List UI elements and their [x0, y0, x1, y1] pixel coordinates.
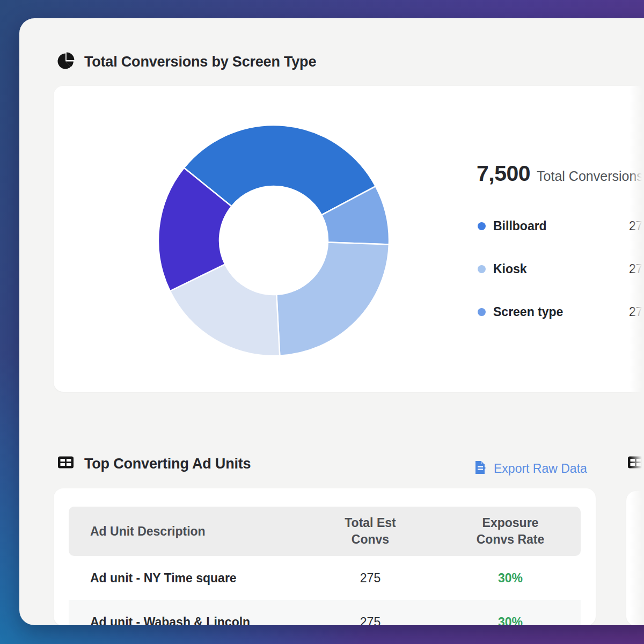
cell-description: Ad unit - Wabash & Lincoln — [69, 615, 301, 626]
pie-chart-icon — [56, 51, 76, 72]
total-conversions-stat: 7,500 Total Conversions — [477, 161, 643, 186]
dashboard-card: Total Conversions by Screen Type 7,500 T… — [19, 18, 644, 625]
donut-chart[interactable] — [157, 124, 390, 357]
export-label: Export Raw Data — [494, 462, 587, 476]
right-panel-table-header — [641, 507, 644, 557]
stat-label: Total Conversions — [537, 169, 643, 184]
legend-item-screen-type[interactable]: Screen type — [478, 304, 563, 320]
cell-total-est-convs: 275 — [301, 615, 440, 626]
table-section-header: Top Converting Ad Units — [56, 453, 251, 474]
table-icon — [626, 453, 644, 474]
legend-dot-screen-type — [478, 308, 486, 316]
stat-value: 7,500 — [477, 161, 530, 186]
conversions-chart-card: 7,500 Total Conversions Billboard 2750 K… — [54, 86, 644, 392]
export-raw-data-link[interactable]: Export Raw Data — [472, 459, 587, 478]
legend-value-billboard: 2750 — [629, 218, 644, 234]
col-header-total-est-convs: Total Est Convs — [301, 515, 440, 548]
table-row: Ad unit - Wabash & Lincoln 275 30% — [69, 600, 581, 625]
legend-value-screen-type: 2750 — [629, 304, 644, 320]
col-header-description: Ad Unit Description — [69, 524, 301, 539]
legend-label: Kiosk — [493, 262, 527, 276]
table-header-row: Ad Unit Description Total Est Convs Expo… — [69, 507, 581, 556]
chart-section-title: Total Conversions by Screen Type — [84, 54, 316, 70]
cell-exposure-convs-rate: 30% — [440, 571, 581, 586]
legend-dot-billboard — [478, 222, 486, 230]
cell-total-est-convs: 275 — [301, 571, 440, 586]
right-panel-header — [626, 453, 644, 474]
col-header-exposure-convs-rate: Exposure Convs Rate — [440, 515, 581, 548]
table-row: Ad unit - NY Time square 275 30% — [69, 556, 581, 600]
legend-value-kiosk: 2750 — [629, 261, 644, 277]
legend-label: Screen type — [493, 305, 563, 319]
right-panel-card — [626, 491, 644, 625]
cell-exposure-convs-rate: 30% — [440, 615, 581, 626]
legend-dot-kiosk — [478, 265, 486, 273]
dashboard-page: { "page": { "bg_gradient": { "top_left":… — [0, 0, 644, 644]
legend-item-billboard[interactable]: Billboard — [478, 218, 547, 234]
ad-units-table-card: Ad Unit Description Total Est Convs Expo… — [54, 488, 596, 625]
table-icon — [56, 453, 76, 474]
donut-segment-screen-type[interactable] — [276, 243, 389, 356]
cell-description: Ad unit - NY Time square — [69, 571, 301, 586]
file-export-icon — [472, 459, 488, 478]
legend-label: Billboard — [493, 219, 547, 233]
chart-section-header: Total Conversions by Screen Type — [56, 51, 316, 72]
legend-item-kiosk[interactable]: Kiosk — [478, 261, 527, 277]
table-section-title: Top Converting Ad Units — [84, 456, 251, 472]
